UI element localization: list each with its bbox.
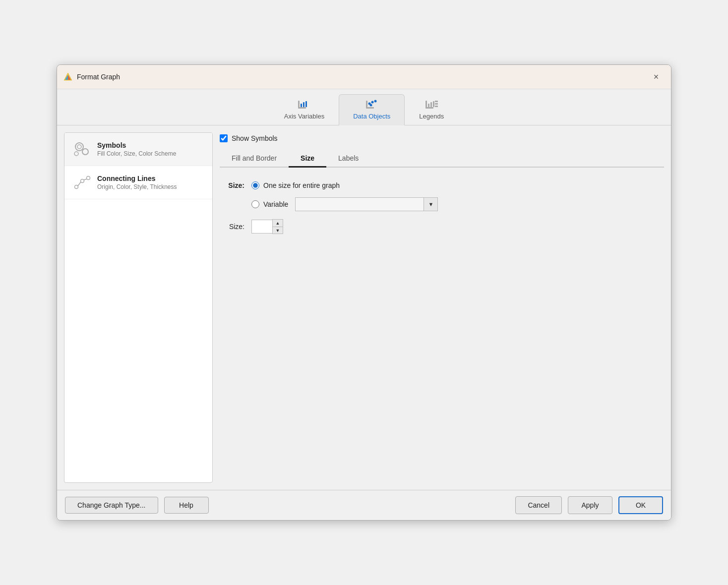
bottom-left: Change Graph Type... Help bbox=[65, 497, 209, 514]
svg-point-26 bbox=[74, 152, 78, 156]
connecting-lines-subtitle: Origin, Color, Style, Thickness bbox=[97, 183, 177, 190]
svg-line-31 bbox=[84, 179, 87, 180]
sub-tab-labels[interactable]: Labels bbox=[326, 150, 370, 168]
variable-dropdown-arrow[interactable]: ▼ bbox=[424, 197, 438, 211]
size-spinner: 6 ▲ ▼ bbox=[251, 219, 283, 234]
variable-row: Variable ▼ bbox=[251, 197, 664, 211]
spinner-buttons: ▲ ▼ bbox=[272, 219, 283, 234]
svg-rect-4 bbox=[298, 101, 300, 108]
tab-legends-label: Legends bbox=[419, 113, 444, 120]
tab-axis-variables-label: Axis Variables bbox=[284, 113, 324, 120]
size-input-row: Size: 6 ▲ ▼ bbox=[220, 219, 664, 234]
legends-icon bbox=[424, 99, 439, 111]
one-size-radio[interactable] bbox=[251, 181, 259, 189]
bottom-right: Cancel Apply OK bbox=[515, 496, 663, 514]
tab-data-objects[interactable]: Data Objects bbox=[339, 94, 405, 125]
svg-point-12 bbox=[371, 101, 373, 104]
ok-button[interactable]: OK bbox=[618, 496, 663, 514]
svg-point-29 bbox=[87, 176, 90, 180]
left-panel: Symbols Fill Color, Size, Color Scheme C… bbox=[64, 132, 213, 483]
connecting-lines-text: Connecting Lines Origin, Color, Style, T… bbox=[97, 175, 177, 190]
one-size-radio-row: One size for entire graph bbox=[251, 181, 340, 189]
sub-tab-fill-border[interactable]: Fill and Border bbox=[220, 150, 289, 168]
svg-rect-5 bbox=[298, 107, 306, 109]
variable-radio-row: Variable bbox=[251, 200, 288, 208]
svg-rect-7 bbox=[303, 102, 304, 107]
apply-button[interactable]: Apply bbox=[568, 496, 612, 514]
variable-radio-label[interactable]: Variable bbox=[263, 200, 288, 208]
left-item-symbols[interactable]: Symbols Fill Color, Size, Color Scheme bbox=[64, 133, 212, 166]
show-symbols-checkbox[interactable] bbox=[220, 134, 228, 142]
svg-rect-18 bbox=[430, 102, 432, 107]
help-button[interactable]: Help bbox=[164, 497, 209, 514]
symbols-subtitle: Fill Color, Size, Color Scheme bbox=[97, 150, 176, 157]
left-item-connecting-lines[interactable]: Connecting Lines Origin, Color, Style, T… bbox=[64, 166, 212, 199]
one-size-radio-label[interactable]: One size for entire graph bbox=[263, 181, 340, 189]
svg-rect-17 bbox=[428, 104, 429, 107]
axis-variables-icon bbox=[297, 99, 311, 111]
svg-rect-15 bbox=[425, 101, 427, 108]
connecting-lines-icon bbox=[72, 173, 91, 192]
svg-point-23 bbox=[75, 143, 83, 151]
svg-rect-6 bbox=[301, 104, 302, 107]
svg-rect-10 bbox=[366, 107, 374, 109]
title-bar-left: Format Graph bbox=[63, 72, 120, 82]
svg-rect-9 bbox=[366, 101, 367, 108]
svg-point-14 bbox=[369, 104, 372, 107]
tab-axis-variables[interactable]: Axis Variables bbox=[270, 94, 339, 125]
right-panel: Show Symbols Fill and Border Size Labels… bbox=[220, 132, 664, 483]
spinner-up-button[interactable]: ▲ bbox=[273, 220, 283, 227]
variable-dropdown: ▼ bbox=[295, 197, 438, 211]
svg-point-13 bbox=[374, 100, 376, 103]
title-bar: Format Graph × bbox=[57, 65, 671, 89]
show-symbols-label[interactable]: Show Symbols bbox=[232, 134, 278, 142]
size-label: Size: bbox=[220, 181, 244, 189]
variable-radio[interactable] bbox=[251, 200, 259, 208]
tab-data-objects-label: Data Objects bbox=[353, 113, 390, 120]
svg-rect-8 bbox=[305, 101, 307, 107]
svg-rect-21 bbox=[435, 103, 438, 105]
symbols-title: Symbols bbox=[97, 141, 176, 149]
svg-line-30 bbox=[78, 182, 81, 186]
cancel-button[interactable]: Cancel bbox=[515, 496, 562, 514]
close-button[interactable]: × bbox=[649, 70, 663, 84]
symbols-icon bbox=[72, 140, 91, 159]
symbols-text: Symbols Fill Color, Size, Color Scheme bbox=[97, 141, 176, 157]
svg-rect-16 bbox=[425, 107, 433, 109]
size-one-size-row: Size: One size for entire graph bbox=[220, 181, 664, 189]
app-icon bbox=[63, 72, 73, 82]
svg-point-24 bbox=[77, 145, 81, 149]
main-content: Symbols Fill Color, Size, Color Scheme C… bbox=[57, 125, 671, 490]
data-objects-icon bbox=[364, 99, 379, 111]
change-graph-type-button[interactable]: Change Graph Type... bbox=[65, 497, 158, 514]
svg-rect-20 bbox=[435, 101, 438, 102]
svg-point-25 bbox=[82, 149, 88, 155]
bottom-bar: Change Graph Type... Help Cancel Apply O… bbox=[57, 490, 671, 520]
svg-rect-19 bbox=[433, 101, 434, 107]
window-title: Format Graph bbox=[77, 73, 120, 81]
show-symbols-row: Show Symbols bbox=[220, 132, 664, 144]
spinner-down-button[interactable]: ▼ bbox=[273, 227, 283, 234]
size-content: Size: One size for entire graph Variable… bbox=[220, 174, 664, 242]
variable-select-input[interactable] bbox=[295, 197, 424, 211]
connecting-lines-title: Connecting Lines bbox=[97, 175, 177, 182]
tab-legends[interactable]: Legends bbox=[405, 94, 458, 125]
sub-tab-size[interactable]: Size bbox=[289, 150, 326, 168]
svg-rect-22 bbox=[435, 106, 438, 107]
size-input-label: Size: bbox=[220, 223, 244, 231]
tab-bar: Axis Variables Data Objects bbox=[57, 89, 671, 125]
sub-tabs: Fill and Border Size Labels bbox=[220, 150, 664, 168]
format-graph-dialog: Format Graph × Axis Variables bbox=[57, 64, 671, 521]
size-value-input[interactable]: 6 bbox=[251, 220, 272, 234]
